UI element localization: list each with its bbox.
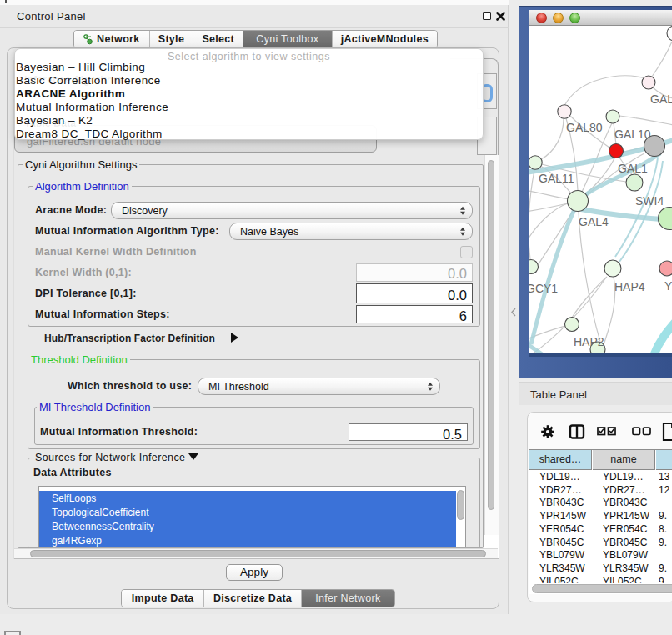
svg-text:GAL10: GAL10	[614, 128, 651, 141]
svg-text:GCY1: GCY1	[529, 282, 558, 295]
svg-text:YJ: YJ	[664, 279, 672, 292]
svg-text:HAP4: HAP4	[614, 280, 645, 293]
svg-text:HAP2: HAP2	[574, 335, 604, 348]
svg-text:GAL80: GAL80	[566, 121, 603, 134]
svg-text:SWI4: SWI4	[635, 194, 664, 208]
svg-text:GAL1: GAL1	[618, 162, 648, 175]
svg-text:GAL2: GAL2	[650, 92, 672, 106]
svg-text:GAL11: GAL11	[539, 172, 574, 185]
svg-text:GAL4: GAL4	[579, 215, 609, 228]
